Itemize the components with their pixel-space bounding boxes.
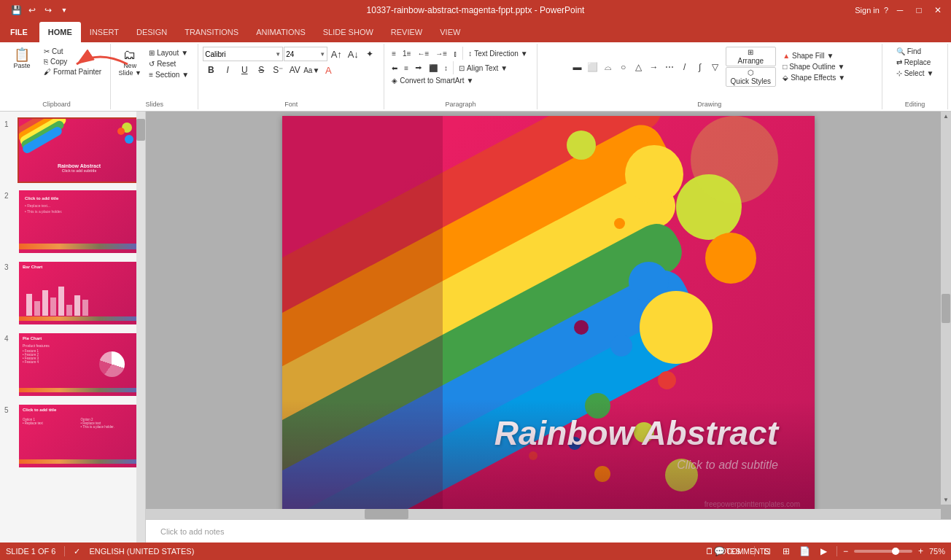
slide-img-4[interactable]: Pie Chart Product features • Feature 1 •… [18, 332, 141, 397]
replace-button[interactable]: ⇄ Replace [893, 58, 934, 67]
zoom-plus[interactable]: + [918, 546, 923, 556]
bold-button[interactable]: B [203, 63, 219, 77]
bullets-button[interactable]: ≡ [389, 49, 399, 58]
decrease-font-button[interactable]: A↓ [345, 47, 361, 61]
font-size-combo[interactable]: 24 ▼ [284, 47, 327, 61]
font-name-combo[interactable]: Calibri ▼ [203, 47, 283, 61]
slide-img-5[interactable]: Click to add title Option 1• Replace tex… [18, 403, 141, 469]
slide-img-1[interactable]: Rainbow Abstract Click to add subtitle [18, 117, 141, 183]
strikethrough-button[interactable]: S [253, 63, 269, 77]
reading-view-button[interactable]: 📄 [799, 545, 812, 558]
canvas-scrollbar-h[interactable] [146, 509, 941, 519]
increase-indent-button[interactable]: →≡ [432, 49, 450, 58]
tab-slideshow[interactable]: SLIDE SHOW [314, 22, 382, 42]
numbering-button[interactable]: 1≡ [400, 49, 414, 58]
justify-button[interactable]: ⬛ [426, 63, 440, 73]
shape-rect[interactable]: ▬ [570, 60, 586, 74]
convert-smartart-button[interactable]: ◈ Convert to SmartArt ▼ [389, 76, 476, 85]
comments-view-button[interactable]: 💬 COMMENTS [735, 545, 748, 558]
line-spacing-button[interactable]: ↕ [441, 63, 451, 73]
zoom-slider[interactable] [854, 550, 912, 553]
new-slide-button[interactable]: 🗂 NewSlide ▼ [115, 47, 144, 78]
shape-outline-button[interactable]: □ Shape Outline ▼ [780, 62, 848, 71]
shape-circle[interactable]: ○ [616, 60, 632, 74]
slide-sorter-button[interactable]: ⊞ [780, 545, 793, 558]
slide-img-3[interactable]: Bar Chart [18, 260, 141, 326]
columns-button[interactable]: ⫿ [451, 49, 460, 58]
normal-view-button[interactable]: ⊡ [761, 545, 774, 558]
select-button[interactable]: ⊹ Select ▼ [893, 69, 937, 78]
slideshow-button[interactable]: ▶ [818, 545, 831, 558]
char-spacing-button[interactable]: AV [287, 63, 303, 77]
align-text-button[interactable]: ⊡ Align Text ▼ [456, 63, 511, 73]
tab-design[interactable]: DESIGN [128, 22, 176, 42]
scroll-up-button[interactable]: ▲ [943, 113, 949, 120]
find-button[interactable]: 🔍 Find [893, 47, 924, 56]
text-direction-button[interactable]: ↕ Text Direction ▼ [465, 49, 530, 58]
zoom-thumb[interactable] [892, 548, 899, 555]
shape-tri[interactable]: △ [631, 60, 647, 74]
quick-styles-button[interactable]: ⬡ Quick Styles [726, 67, 777, 87]
shape-effects-button[interactable]: ⬙ Shape Effects ▼ [780, 73, 848, 82]
shape-curve[interactable]: ∫ [692, 60, 708, 74]
decrease-indent-button[interactable]: ←≡ [415, 49, 432, 58]
undo-button[interactable]: ↩ [25, 3, 39, 18]
shape-img[interactable]: ⬜ [585, 60, 601, 74]
zoom-minus[interactable]: − [843, 546, 848, 556]
copy-button[interactable]: ⎘ Copy [41, 57, 104, 66]
canvas-scrollbar-v[interactable]: ▲ ▼ [941, 112, 951, 505]
shadow-button[interactable]: S⁻ [270, 63, 286, 77]
help-button[interactable]: ? [884, 6, 888, 15]
case-button[interactable]: Aa▼ [303, 63, 319, 77]
notes-bar[interactable]: Click to add notes [146, 519, 951, 542]
notes-placeholder[interactable]: Click to add notes [160, 527, 224, 536]
zoom-level[interactable]: 75% [929, 547, 945, 556]
clear-format-button[interactable]: ✦ [362, 47, 378, 61]
align-left-button[interactable]: ⬅ [389, 63, 400, 73]
customize-qa-button[interactable]: ▼ [57, 3, 71, 18]
main-slide[interactable]: Rainbow Abstract Click to add subtitle f… [282, 116, 815, 516]
arrange-button[interactable]: ⊞ Arrange [726, 47, 777, 66]
shape-down[interactable]: ▽ [707, 60, 723, 74]
close-button[interactable]: ✕ [931, 5, 945, 15]
section-button[interactable]: ≡ Section ▼ [146, 70, 192, 79]
layout-button[interactable]: ⊞ Layout ▼ [146, 48, 192, 58]
slide-img-2[interactable]: Click to add title • Replace text... • T… [18, 189, 141, 254]
shape-abc[interactable]: ⌓ [600, 60, 616, 74]
slide-thumbnail-3[interactable]: 3 Bar Chart [4, 260, 141, 326]
underline-button[interactable]: U [236, 63, 252, 77]
slide-thumbnail-1[interactable]: 1 Rainbow Abstract Click to add subtitl [4, 117, 141, 183]
scroll-thumb-h[interactable] [365, 509, 408, 519]
slide-thumbnail-4[interactable]: 4 Pie Chart Product features • Feature 1… [4, 332, 141, 397]
font-color-button[interactable]: A [320, 63, 336, 77]
maximize-button[interactable]: □ [912, 5, 926, 15]
tab-review[interactable]: REVIEW [382, 22, 431, 42]
shape-fill-button[interactable]: ▲ Shape Fill ▼ [780, 51, 848, 61]
shape-arrow[interactable]: → [646, 60, 662, 74]
tab-view[interactable]: VIEW [431, 22, 469, 42]
slide-panel-scrollbar[interactable] [136, 112, 145, 542]
minimize-button[interactable]: ─ [893, 5, 907, 15]
tab-transitions[interactable]: TRANSITIONS [176, 22, 247, 42]
format-painter-button[interactable]: 🖌 Format Painter [41, 67, 104, 77]
paste-button[interactable]: 📋 Paste [7, 47, 36, 71]
signin-link[interactable]: Sign in [855, 6, 880, 15]
tab-home[interactable]: HOME [39, 22, 81, 42]
reset-button[interactable]: ↺ Reset [146, 59, 192, 69]
slide-thumbnail-5[interactable]: 5 Click to add title Option 1• Replace t… [4, 403, 141, 469]
tab-file[interactable]: FILE [0, 22, 38, 42]
italic-button[interactable]: I [220, 63, 236, 77]
shape-line[interactable]: / [677, 60, 693, 74]
save-button[interactable]: 💾 [9, 3, 23, 18]
scroll-down-button[interactable]: ▼ [943, 497, 949, 503]
redo-button[interactable]: ↪ [41, 3, 55, 18]
slide-thumbnail-2[interactable]: 2 Click to add title • Replace text... •… [4, 189, 141, 254]
tab-insert[interactable]: INSERT [81, 22, 128, 42]
tab-animations[interactable]: ANIMATIONS [247, 22, 314, 42]
scroll-thumb-v[interactable] [942, 294, 950, 323]
align-right-button[interactable]: ⮕ [412, 63, 425, 73]
cut-button[interactable]: ✂ Cut [41, 47, 104, 56]
increase-font-button[interactable]: A↑ [328, 47, 344, 61]
align-center-button[interactable]: ≡ [401, 63, 411, 73]
shape-more[interactable]: ⋯ [661, 60, 678, 74]
